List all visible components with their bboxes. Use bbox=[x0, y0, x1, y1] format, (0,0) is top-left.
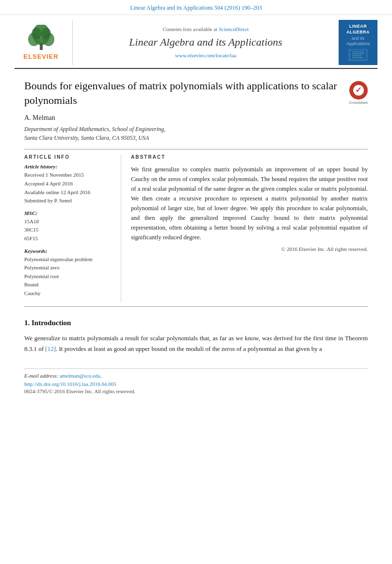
badge-subtitle: and its Applications bbox=[346, 36, 370, 47]
journal-citation-link[interactable]: Linear Algebra and its Applications 504 … bbox=[130, 4, 262, 11]
keyword-2: Polynomial zero bbox=[24, 264, 114, 272]
keyword-3: Polynomial root bbox=[24, 272, 114, 281]
email-link[interactable]: amelman@scu.edu bbox=[60, 373, 100, 379]
email-line: E-mail address: amelman@scu.edu. bbox=[24, 373, 368, 379]
article-content: Bounds for eigenvalues of matrix polynom… bbox=[0, 69, 392, 404]
abstract-text: We first generalize to complex matrix po… bbox=[131, 165, 368, 242]
doi-link[interactable]: http://dx.doi.org/10.1016/j.laa.2016.04.… bbox=[24, 381, 368, 387]
available-date: Available online 12 April 2016 bbox=[24, 188, 114, 197]
article-info-section-title: ARTICLE INFO bbox=[24, 154, 114, 160]
footer-copyright: 0024-3795/© 2016 Elsevier Inc. All right… bbox=[24, 388, 368, 394]
top-divider bbox=[24, 149, 368, 149]
sciencedirect-label: Contents lists available at ScienceDirec… bbox=[163, 26, 248, 32]
msc-1: 15A18 bbox=[24, 217, 114, 226]
abstract-column: ABSTRACT We first generalize to complex … bbox=[131, 154, 368, 302]
crossmark-inner: ✓ bbox=[353, 85, 364, 96]
crossmark-symbol: ✓ bbox=[355, 85, 361, 95]
keyword-4: Bound bbox=[24, 281, 114, 289]
intro-paragraph: We generalize to matrix polynomials a re… bbox=[24, 333, 368, 354]
elsevier-tree-icon bbox=[24, 25, 58, 51]
msc-3: 65F15 bbox=[24, 234, 114, 243]
submitted-by: Submitted by P. Semrl bbox=[24, 197, 114, 205]
received-date: Received 1 November 2015 bbox=[24, 171, 114, 180]
elsevier-brand-text: ELSEVIER bbox=[23, 53, 58, 60]
journal-citation-bar: Linear Algebra and its Applications 504 … bbox=[0, 0, 392, 15]
keywords-section: Keywords: Polynomial eigenvalue problem … bbox=[24, 248, 114, 298]
citation-12-link[interactable]: [12] bbox=[45, 345, 56, 352]
bottom-info-divider bbox=[24, 306, 368, 307]
footer-area: E-mail address: amelman@scu.edu. http://… bbox=[24, 368, 368, 394]
article-title: Bounds for eigenvalues of matrix polynom… bbox=[24, 79, 342, 107]
crossmark-label: CrossMark bbox=[349, 100, 368, 105]
article-info-column: ARTICLE INFO Article history: Received 1… bbox=[24, 154, 121, 302]
journal-name-header: Linear Algebra and its Applications bbox=[129, 36, 282, 49]
journal-url-link[interactable]: www.elsevier.com/locate/laa bbox=[175, 52, 236, 58]
author-name: A. Melman bbox=[24, 114, 368, 122]
abstract-section-title: ABSTRACT bbox=[131, 154, 368, 160]
journal-badge: LINEAR ALGEBRA and its Applications bbox=[339, 20, 377, 65]
info-abstract-row: ARTICLE INFO Article history: Received 1… bbox=[24, 154, 368, 302]
svg-point-6 bbox=[41, 28, 51, 39]
msc-section: MSC: 15A18 30C15 65F15 bbox=[24, 210, 114, 243]
crossmark-badge[interactable]: ✓ CrossMark bbox=[349, 81, 368, 105]
keywords-title: Keywords: bbox=[24, 248, 114, 254]
article-history: Article history: Received 1 November 201… bbox=[24, 164, 114, 205]
svg-point-5 bbox=[32, 28, 41, 39]
journal-header: ELSEVIER Contents lists available at Sci… bbox=[15, 15, 377, 69]
intro-section-title: 1. Introduction bbox=[24, 319, 368, 327]
history-title: Article history: bbox=[24, 164, 114, 169]
keyword-5: Cauchy bbox=[24, 289, 114, 298]
badge-top-text: LINEAR ALGEBRA bbox=[346, 24, 370, 35]
msc-title: MSC: bbox=[24, 210, 114, 216]
abstract-copyright: © 2016 Elsevier Inc. All rights reserved… bbox=[131, 246, 368, 252]
introduction-section: 1. Introduction We generalize to matrix … bbox=[24, 319, 368, 354]
crossmark-circle: ✓ bbox=[349, 81, 368, 100]
msc-2: 30C15 bbox=[24, 226, 114, 234]
keyword-1: Polynomial eigenvalue problem bbox=[24, 255, 114, 264]
svg-rect-7 bbox=[350, 50, 366, 60]
elsevier-logo: ELSEVIER bbox=[15, 20, 73, 65]
article-title-section: Bounds for eigenvalues of matrix polynom… bbox=[24, 79, 368, 107]
badge-icon bbox=[348, 49, 368, 61]
accepted-date: Accepted 4 April 2016 bbox=[24, 180, 114, 188]
author-affiliation: Department of Applied Mathematics, Schoo… bbox=[24, 125, 368, 142]
sciencedirect-link[interactable]: ScienceDirect bbox=[219, 26, 249, 32]
journal-title-area: Contents lists available at ScienceDirec… bbox=[73, 20, 339, 65]
